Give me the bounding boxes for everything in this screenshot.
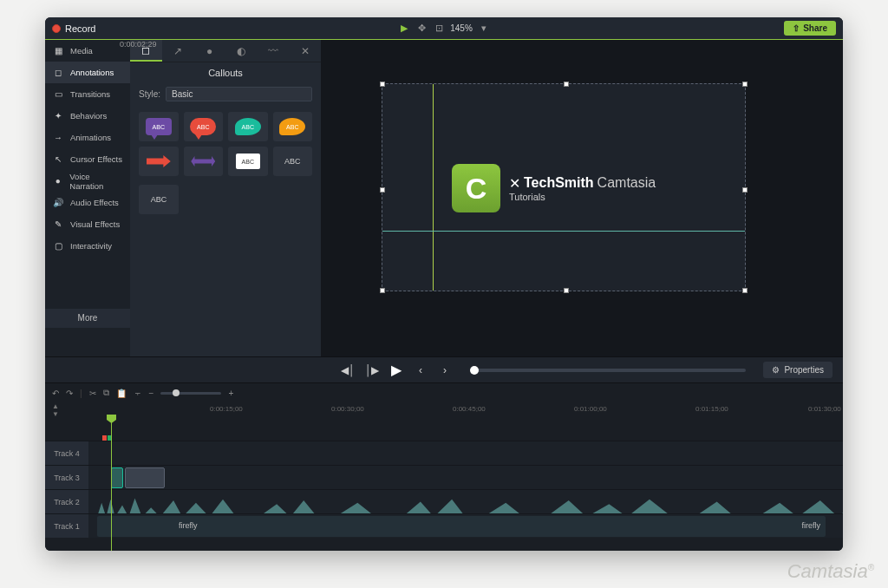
- timeline-time: 0:00:02;29: [120, 40, 157, 49]
- playhead[interactable]: [111, 416, 112, 551]
- prev-frame-button[interactable]: ◀│: [340, 364, 356, 376]
- track-4[interactable]: Track 4: [45, 441, 843, 465]
- audio-icon: 🔊: [52, 198, 64, 208]
- callout-orange[interactable]: ABC: [273, 112, 313, 141]
- tab-shapes[interactable]: ●: [193, 40, 225, 62]
- interactivity-icon: ▢: [52, 241, 64, 252]
- guide-horizontal: [382, 231, 745, 232]
- canvas-frame[interactable]: C ✕ TechSmith Camtasia Tutorials: [382, 83, 746, 291]
- sidebar-label: Visual Effects: [70, 219, 120, 229]
- zoom-in-button[interactable]: +: [228, 389, 233, 398]
- sidebar-item-transitions[interactable]: ▭Transitions: [45, 83, 130, 105]
- sidebar-label: Transitions: [70, 89, 110, 99]
- sidebar-label: Behaviors: [70, 111, 107, 121]
- sidebar-item-animations[interactable]: →Animations: [45, 127, 130, 148]
- logo-text: ✕ TechSmith Camtasia Tutorials: [509, 175, 656, 202]
- playback-bar: ◀│ │▶ ▶ ‹ › ⚙Properties: [45, 356, 843, 382]
- sidebar: ▦Media ◻Annotations ▭Transitions ✦Behavi…: [45, 40, 130, 356]
- canvas-area[interactable]: C ✕ TechSmith Camtasia Tutorials: [321, 40, 843, 356]
- track-content[interactable]: [88, 490, 843, 513]
- track-content[interactable]: [88, 441, 843, 465]
- zoom-slider[interactable]: [160, 392, 221, 395]
- sidebar-item-interactivity[interactable]: ▢Interactivity: [45, 235, 130, 257]
- handle-tl[interactable]: [380, 82, 385, 87]
- tab-blur[interactable]: ◐: [225, 40, 258, 62]
- main-row: ▦Media ◻Annotations ▭Transitions ✦Behavi…: [45, 40, 843, 356]
- crop-icon[interactable]: ⊡: [433, 23, 445, 35]
- scrubber[interactable]: [470, 369, 746, 372]
- callout-teal[interactable]: ABC: [228, 112, 268, 141]
- paste-button[interactable]: 📋: [116, 389, 127, 398]
- brand-camtasia: Camtasia: [597, 175, 656, 191]
- clip-firefly[interactable]: firefly firefly: [97, 516, 826, 537]
- sidebar-item-annotations[interactable]: ◻Annotations: [45, 62, 130, 83]
- gear-icon: ⚙: [772, 365, 780, 375]
- sidebar-more[interactable]: More: [45, 309, 130, 328]
- callout-red[interactable]: ABC: [184, 112, 224, 141]
- prev-button[interactable]: ‹: [413, 364, 428, 376]
- handle-br[interactable]: [742, 288, 748, 293]
- panel-title: Callouts: [130, 62, 321, 83]
- callout-purple[interactable]: ABC: [139, 112, 179, 141]
- tick: 0:01:00;00: [574, 405, 607, 413]
- style-label: Style:: [139, 89, 160, 99]
- copy-button[interactable]: ⧉: [103, 388, 109, 398]
- brand-techsmith: TechSmith: [524, 175, 594, 191]
- tick: 0:01:15;00: [695, 405, 728, 413]
- handle-tr[interactable]: [742, 82, 748, 87]
- next-button[interactable]: ›: [437, 364, 453, 376]
- tick: 0:00:30;00: [331, 405, 364, 413]
- zoom-knob[interactable]: [173, 389, 180, 396]
- zoom-level[interactable]: 145%: [450, 23, 473, 33]
- redo-button[interactable]: ↷: [66, 389, 73, 398]
- sidebar-item-behaviors[interactable]: ✦Behaviors: [45, 105, 130, 127]
- handle-tm[interactable]: [564, 82, 569, 87]
- style-select[interactable]: Basic: [166, 87, 312, 101]
- track-3[interactable]: Track 3: [45, 465, 843, 489]
- callout-plain2[interactable]: ABC: [139, 185, 179, 214]
- waveform[interactable]: [97, 493, 843, 513]
- track-1[interactable]: Track 1 firefly firefly: [45, 513, 843, 538]
- play-button[interactable]: ▶: [388, 362, 404, 378]
- callout-extra: ABC: [130, 183, 321, 216]
- scrubber-knob[interactable]: [470, 366, 479, 375]
- zoom-out-button[interactable]: −: [149, 389, 154, 398]
- tab-arrows[interactable]: ↗: [162, 40, 194, 62]
- handle-bm[interactable]: [564, 288, 569, 293]
- sidebar-item-visual[interactable]: ✎Visual Effects: [45, 213, 130, 235]
- sidebar-item-audio[interactable]: 🔊Audio Effects: [45, 192, 130, 213]
- pointer-icon[interactable]: ▶: [398, 23, 410, 35]
- timeline-ruler[interactable]: ▲▼ 0:00:15;00 0:00:30;00 0:00:45;00 0:01…: [45, 402, 843, 416]
- chevron-down-icon[interactable]: ▾: [478, 23, 490, 35]
- handle-mr[interactable]: [742, 187, 748, 193]
- record-button[interactable]: Record: [52, 23, 95, 34]
- timeline-toolbar: ↶ ↷ | ✂ ⧉ 📋 ⫟ − + 0:00:02;29: [45, 383, 843, 402]
- track-2[interactable]: Track 2: [45, 489, 843, 513]
- tab-sketch[interactable]: 〰: [258, 40, 290, 62]
- track-content[interactable]: firefly firefly: [88, 514, 843, 538]
- logo-block[interactable]: C ✕ TechSmith Camtasia Tutorials: [452, 164, 656, 212]
- style-row: Style: Basic: [130, 83, 321, 105]
- next-frame-button[interactable]: │▶: [364, 364, 380, 376]
- clip[interactable]: [125, 467, 165, 488]
- tab-keystroke[interactable]: ✕: [289, 40, 321, 62]
- callout-white[interactable]: ABC: [228, 147, 268, 176]
- track-content[interactable]: [88, 466, 843, 489]
- hand-icon[interactable]: ✥: [415, 23, 428, 35]
- sidebar-item-media[interactable]: ▦Media: [45, 40, 130, 62]
- handle-ml[interactable]: [380, 187, 385, 193]
- clip[interactable]: [111, 467, 123, 488]
- sidebar-item-voice[interactable]: ●Voice Narration: [45, 170, 130, 192]
- sidebar-item-cursor[interactable]: ↖Cursor Effects: [45, 148, 130, 170]
- callout-arrow-purple[interactable]: [184, 147, 224, 176]
- share-button[interactable]: ⇧ Share: [784, 21, 836, 36]
- app-window: Record ▶ ✥ ⊡ 145% ▾ ⇧ Share ▦Media ◻Anno…: [45, 17, 843, 551]
- undo-button[interactable]: ↶: [52, 389, 59, 398]
- split-button[interactable]: ⫟: [134, 389, 142, 398]
- handle-bl[interactable]: [380, 288, 385, 293]
- callout-plain[interactable]: ABC: [273, 147, 313, 176]
- callout-arrow-red[interactable]: [139, 147, 179, 176]
- properties-button[interactable]: ⚙Properties: [763, 362, 832, 378]
- brand-tutorials: Tutorials: [509, 192, 656, 202]
- cut-button[interactable]: ✂: [89, 389, 96, 398]
